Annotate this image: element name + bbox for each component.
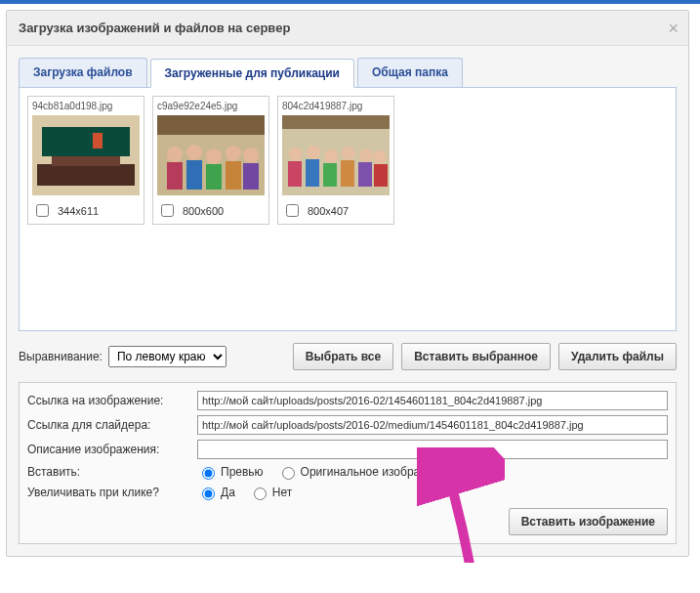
- svg-point-10: [226, 146, 241, 161]
- align-select[interactable]: По левому краю: [108, 346, 226, 367]
- svg-rect-29: [358, 162, 372, 187]
- svg-rect-25: [288, 161, 302, 187]
- thumbnail-footer: 800x600: [157, 201, 265, 220]
- select-checkbox[interactable]: [36, 204, 49, 217]
- link-image-label: Ссылка на изображение:: [27, 394, 193, 407]
- svg-rect-12: [167, 162, 183, 190]
- description-label: Описание изображения:: [27, 443, 193, 456]
- select-checkbox[interactable]: [161, 204, 174, 217]
- dialog-body: Загрузка файлов Загруженные для публикац…: [7, 46, 688, 556]
- svg-rect-18: [282, 115, 390, 129]
- close-icon[interactable]: ×: [668, 19, 679, 39]
- svg-point-11: [243, 148, 259, 163]
- svg-point-21: [324, 149, 338, 163]
- enlarge-radios: Да Нет: [197, 485, 292, 500]
- enlarge-label: Увеличивать при клике?: [27, 486, 193, 499]
- thumbnail-list: 94cb81a0d198.jpg 344x611 c9a9e92e24e5: [27, 96, 668, 225]
- thumbnail-item[interactable]: 94cb81a0d198.jpg 344x611: [27, 96, 144, 225]
- link-slider-label: Ссылка для слайдера:: [27, 418, 193, 432]
- thumbnail-item[interactable]: c9a9e92e24e5.jpg 800x600: [152, 96, 269, 225]
- align-label: Выравнивание:: [19, 350, 103, 363]
- dialog-title: Загрузка изображений и файлов на сервер: [7, 11, 688, 46]
- svg-rect-27: [323, 163, 337, 187]
- svg-point-23: [359, 148, 373, 162]
- file-name: c9a9e92e24e5.jpg: [157, 101, 265, 111]
- thumb-dimensions: 800x407: [308, 205, 349, 217]
- select-checkbox[interactable]: [286, 204, 299, 217]
- description-input[interactable]: [197, 440, 668, 459]
- radio-yes[interactable]: [202, 487, 215, 500]
- select-all-button[interactable]: Выбрать все: [293, 343, 393, 370]
- svg-point-22: [342, 147, 355, 160]
- svg-point-20: [307, 146, 320, 159]
- link-image-input[interactable]: [197, 391, 668, 410]
- action-buttons: Выбрать все Вставить выбранное Удалить ф…: [293, 343, 677, 370]
- tab-upload-files[interactable]: Загрузка файлов: [19, 58, 147, 87]
- insert-mode-label: Вставить:: [27, 465, 193, 479]
- thumbnail-image: [32, 115, 140, 195]
- svg-rect-3: [37, 164, 135, 186]
- insert-selected-button[interactable]: Вставить выбранное: [401, 343, 551, 370]
- align-control: Выравнивание: По левому краю: [19, 346, 226, 367]
- thumbnail-footer: 800x407: [282, 201, 390, 220]
- thumb-dimensions: 800x600: [183, 205, 224, 217]
- file-name: 94cb81a0d198.jpg: [32, 101, 140, 111]
- thumbnail-image: [282, 115, 390, 195]
- toolbar-row: Выравнивание: По левому краю Выбрать все…: [19, 343, 677, 370]
- radio-original[interactable]: [282, 467, 295, 480]
- link-slider-input[interactable]: [197, 415, 668, 435]
- svg-rect-13: [186, 160, 202, 190]
- thumbnail-image: [157, 115, 265, 195]
- thumb-dimensions: 344x611: [58, 205, 99, 217]
- svg-rect-14: [206, 164, 222, 190]
- svg-point-9: [206, 148, 222, 164]
- svg-rect-30: [374, 164, 388, 187]
- svg-rect-1: [42, 127, 130, 156]
- svg-rect-16: [243, 163, 259, 190]
- tab-uploaded-for-publication[interactable]: Загруженные для публикации: [150, 59, 354, 88]
- svg-rect-26: [306, 159, 319, 187]
- top-accent-bar: [0, 0, 700, 4]
- svg-rect-2: [93, 133, 103, 148]
- insert-panel: Ссылка на изображение: Ссылка для слайде…: [19, 382, 677, 544]
- svg-rect-15: [226, 161, 241, 190]
- svg-point-19: [289, 148, 303, 161]
- svg-point-8: [186, 145, 202, 160]
- svg-point-7: [167, 147, 183, 162]
- svg-rect-4: [52, 156, 120, 166]
- thumbnail-item[interactable]: 804c2d419887.jpg 800x407: [277, 96, 394, 225]
- radio-no[interactable]: [254, 487, 267, 500]
- delete-files-button[interactable]: Удалить файлы: [558, 343, 677, 370]
- upload-dialog: Загрузка изображений и файлов на сервер …: [6, 10, 689, 557]
- insert-mode-radios: Превью Оригинальное изображение: [197, 464, 454, 480]
- thumbnail-footer: 344x611: [32, 201, 140, 220]
- svg-point-24: [373, 150, 387, 164]
- insert-image-button[interactable]: Вставить изображение: [509, 508, 668, 535]
- thumbnails-area: 94cb81a0d198.jpg 344x611 c9a9e92e24e5: [19, 87, 677, 331]
- svg-rect-6: [157, 115, 265, 135]
- radio-preview[interactable]: [202, 467, 215, 480]
- tab-shared-folder[interactable]: Общая папка: [357, 58, 463, 87]
- tab-bar: Загрузка файлов Загруженные для публикац…: [19, 58, 677, 88]
- svg-rect-28: [341, 160, 354, 187]
- file-name: 804c2d419887.jpg: [282, 101, 390, 111]
